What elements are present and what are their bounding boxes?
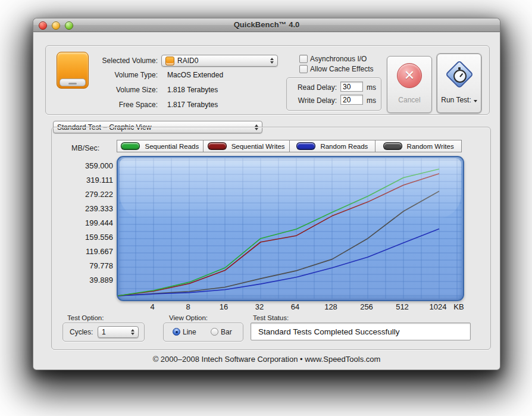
legend-item: Sequential Writes xyxy=(203,140,290,152)
view-option-box: Line Bar xyxy=(163,323,243,342)
y-tick-label: 279.222 xyxy=(85,190,113,199)
x-tick-label: 1024 xyxy=(430,302,447,311)
cancel-button-label: Cancel xyxy=(387,96,431,104)
x-tick-label: 16 xyxy=(220,302,228,311)
volume-select-value: RAID0 xyxy=(177,57,198,65)
x-tick-label: 128 xyxy=(324,302,337,311)
cancel-x-icon: ✕ xyxy=(397,63,422,88)
x-axis-labels: KB 481632641282565121024 xyxy=(117,302,486,313)
cycles-box: Cycles: 1 xyxy=(62,323,145,342)
popup-arrows-icon xyxy=(127,329,134,335)
run-test-label: Run Test: xyxy=(437,96,481,104)
test-status-field: Standard Tests Completed Successfully xyxy=(251,323,471,340)
legend-swatch xyxy=(121,142,140,150)
write-delay-input[interactable] xyxy=(340,95,363,105)
volume-type-label: Volume Type: xyxy=(68,71,158,79)
legend-swatch xyxy=(296,142,315,150)
legend-label: Random Reads xyxy=(320,143,368,150)
legend-item: Sequential Reads xyxy=(117,140,204,152)
y-tick-label: 79.778 xyxy=(89,261,113,270)
chart-legend: Sequential Reads Sequential Writes Rando… xyxy=(117,140,462,152)
delay-box: Read Delay: ms Write Delay: ms xyxy=(286,77,381,111)
x-tick-label: 8 xyxy=(186,302,190,311)
chart-plot xyxy=(118,157,463,300)
read-delay-label: Read Delay: xyxy=(289,83,337,92)
run-test-diamond-icon xyxy=(444,59,475,90)
volume-select[interactable]: RAID0 xyxy=(161,55,278,67)
legend-swatch xyxy=(208,142,227,150)
cycles-value: 1 xyxy=(102,328,106,336)
y-tick-label: 39.889 xyxy=(89,276,113,284)
x-tick-label: 4 xyxy=(150,302,154,311)
desktop: QuickBench™ 4.0 Selected Volume: Volume … xyxy=(0,0,532,416)
benchmark-chart xyxy=(117,156,464,301)
legend-swatch xyxy=(383,142,402,150)
free-space-value: 1.817 Terabytes xyxy=(167,101,218,109)
read-delay-input[interactable] xyxy=(340,82,363,92)
popup-arrows-icon xyxy=(267,58,274,64)
x-axis-unit: KB xyxy=(453,302,464,311)
volume-mini-icon xyxy=(165,57,174,65)
window-title: QuickBench™ 4.0 xyxy=(33,20,500,29)
volume-panel: Selected Volume: Volume Type: Volume Siz… xyxy=(45,45,490,115)
async-io-label[interactable]: Asynchronous I/O xyxy=(310,55,367,63)
x-tick-label: 64 xyxy=(291,302,299,311)
read-delay-unit: ms xyxy=(367,83,376,92)
quickbench-window: QuickBench™ 4.0 Selected Volume: Volume … xyxy=(33,18,500,370)
drive-icon-slot xyxy=(68,83,77,85)
dropdown-arrow-icon xyxy=(474,100,477,102)
bar-radio[interactable] xyxy=(211,328,218,336)
test-status-value: Standard Tests Completed Successfully xyxy=(258,327,400,336)
volume-size-label: Volume Size: xyxy=(68,86,158,94)
line-radio[interactable] xyxy=(173,328,180,336)
cancel-button[interactable]: ✕ Cancel xyxy=(387,56,432,113)
legend-label: Sequential Writes xyxy=(231,143,285,150)
run-test-button[interactable]: Run Test: xyxy=(437,54,481,113)
y-tick-label: 319.111 xyxy=(86,176,113,184)
y-tick-label: 359.000 xyxy=(85,161,113,170)
bar-radio-label[interactable]: Bar xyxy=(221,328,232,336)
free-space-label: Free Space: xyxy=(68,101,158,109)
y-tick-label: 199.444 xyxy=(85,218,113,227)
async-io-checkbox[interactable] xyxy=(299,55,308,63)
write-delay-label: Write Delay: xyxy=(289,96,337,105)
cycles-label: Cycles: xyxy=(70,328,93,336)
legend-item: Random Writes xyxy=(375,140,462,152)
legend-item: Random Reads xyxy=(289,140,376,152)
x-tick-label: 512 xyxy=(396,302,409,311)
y-tick-label: 239.333 xyxy=(85,204,113,213)
write-delay-unit: ms xyxy=(367,96,376,105)
cycles-select[interactable]: 1 xyxy=(98,326,139,338)
test-status-label: Test Status: xyxy=(253,314,289,321)
stopwatch-icon xyxy=(453,67,465,83)
x-tick-label: 32 xyxy=(255,302,264,311)
legend-label: Random Writes xyxy=(407,143,454,150)
selected-volume-label: Selected Volume: xyxy=(68,57,158,65)
y-tick-label: 159.556 xyxy=(85,233,113,242)
line-radio-label[interactable]: Line xyxy=(183,328,196,336)
y-axis-title: MB/Sec: xyxy=(71,144,99,152)
footer-text: © 2000–2008 Intech Software Corporation … xyxy=(33,355,500,364)
view-option-label: View Option: xyxy=(169,314,208,321)
cache-effects-checkbox[interactable] xyxy=(299,65,308,73)
cache-effects-label[interactable]: Allow Cache Effects xyxy=(310,65,374,73)
title-bar[interactable]: QuickBench™ 4.0 xyxy=(33,18,500,32)
test-option-label: Test Option: xyxy=(67,314,104,321)
y-axis-labels: 359.000319.111279.222239.333199.444159.5… xyxy=(51,156,113,299)
y-tick-label: 119.667 xyxy=(86,247,113,256)
x-tick-label: 256 xyxy=(360,302,373,311)
legend-label: Sequential Reads xyxy=(145,143,199,150)
volume-size-value: 1.818 Terabytes xyxy=(167,86,218,94)
volume-type-value: MacOS Extended xyxy=(167,71,223,79)
